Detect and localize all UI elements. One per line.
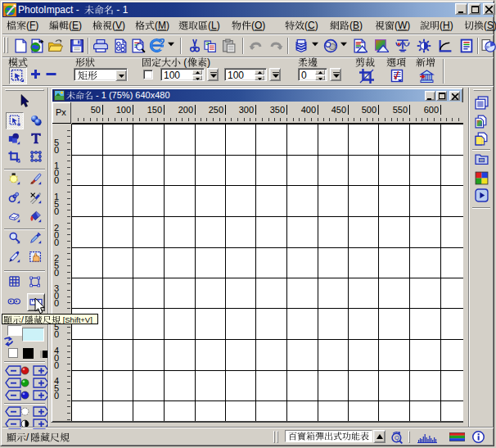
svg-text:Q: Q <box>395 434 399 441</box>
svg-text:[Shift+V]: [Shift+V] <box>61 315 92 324</box>
svg-text:/: / <box>21 315 25 324</box>
svg-text:/: / <box>26 432 29 443</box>
